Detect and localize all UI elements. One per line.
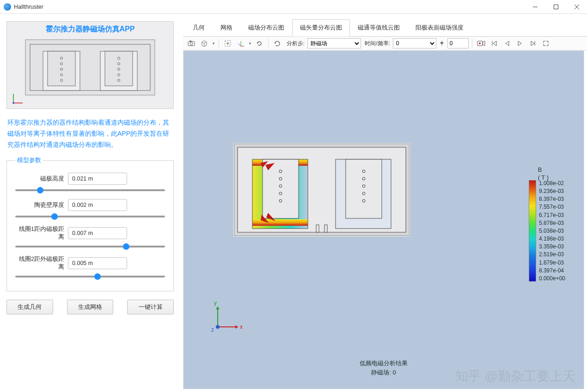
viewport-toolbar: ▼ ▼ 分析步: 静磁场 时间/频率: 0 bbox=[183, 36, 587, 50]
frame-spin[interactable] bbox=[447, 38, 469, 48]
legend-tick: 8.397e-04 bbox=[539, 267, 565, 274]
window-close-button[interactable] bbox=[566, 0, 587, 14]
slider-knob-icon[interactable] bbox=[438, 38, 446, 48]
param-input[interactable] bbox=[68, 257, 127, 269]
legend-tick: 9.236e-03 bbox=[539, 188, 565, 194]
colorbar bbox=[529, 180, 536, 282]
cycle-icon[interactable] bbox=[272, 38, 283, 48]
param-slider[interactable] bbox=[15, 276, 165, 277]
geometry-preview: 霍尔推力器静磁场仿真APP bbox=[6, 21, 174, 109]
model-params-group: 模型参数 磁极高度陶瓷壁厚度线圈1距内磁极距离线圈2距外磁极距离 bbox=[6, 157, 174, 291]
generate-mesh-button[interactable]: 生成网格 bbox=[67, 300, 114, 314]
svg-rect-38 bbox=[252, 219, 308, 226]
legend-tick: 1.679e-03 bbox=[539, 259, 565, 266]
legend-tick: 1.008e-02 bbox=[539, 180, 565, 187]
rotate-axes-icon[interactable] bbox=[235, 38, 246, 48]
play-icon[interactable] bbox=[514, 38, 526, 48]
svg-marker-58 bbox=[216, 307, 220, 309]
param-label: 线圈1距内磁极距离 bbox=[15, 225, 64, 241]
svg-rect-54 bbox=[324, 225, 327, 232]
param-input[interactable] bbox=[68, 173, 127, 185]
expand-icon[interactable] bbox=[540, 38, 551, 48]
analysis-step-select[interactable]: 静磁场 bbox=[307, 38, 361, 48]
legend-tick: 4.198e-03 bbox=[539, 235, 565, 242]
description-text: 环形霍尔推力器的器件结构影响着通道内磁场的分布，其磁场对等离子体特性有显著的影响… bbox=[7, 117, 173, 150]
window-title: Hallthruster bbox=[14, 4, 43, 10]
fit-view-icon[interactable] bbox=[222, 38, 233, 48]
param-slider[interactable] bbox=[15, 216, 165, 217]
time-freq-label: 时间/频率: bbox=[363, 40, 391, 48]
param-label: 磁极高度 bbox=[15, 175, 64, 183]
tab-item[interactable]: 阳极表面磁场强度 bbox=[408, 19, 471, 36]
svg-rect-53 bbox=[316, 225, 319, 232]
camera-icon[interactable] bbox=[186, 38, 197, 48]
legend-tick: 0.000e+00 bbox=[539, 275, 565, 282]
preview-axes-icon bbox=[11, 92, 24, 106]
right-panel: 几何网格磁场分布云图磁矢量分布云图磁通等值线云图阳极表面磁场强度 ▼ ▼ 分析步… bbox=[180, 14, 587, 392]
legend-tick: 5.038e-03 bbox=[539, 228, 565, 234]
param-slider[interactable] bbox=[15, 246, 165, 247]
svg-rect-25 bbox=[190, 41, 191, 42]
svg-rect-1 bbox=[554, 5, 558, 9]
refresh-icon[interactable] bbox=[254, 38, 265, 48]
analysis-step-label: 分析步: bbox=[285, 40, 306, 48]
step-back-icon[interactable] bbox=[501, 38, 513, 48]
svg-rect-9 bbox=[105, 51, 133, 86]
window-titlebar: Hallthruster bbox=[0, 0, 587, 14]
svg-text:y: y bbox=[214, 300, 217, 306]
param-input[interactable] bbox=[68, 227, 127, 239]
svg-point-33 bbox=[479, 42, 481, 44]
viewport-3d[interactable]: x y z 低频电磁分析结果 静磁场: 0 B ( T ) 1.008e-029… bbox=[183, 50, 584, 389]
svg-point-59 bbox=[216, 325, 220, 329]
cube-view-icon[interactable] bbox=[199, 38, 210, 48]
param-label: 线圈2距外磁极距离 bbox=[15, 255, 64, 271]
record-icon[interactable] bbox=[476, 38, 487, 48]
svg-point-24 bbox=[190, 42, 193, 45]
left-panel: 霍尔推力器静磁场仿真APP 环形霍尔推力器的器件结构影响着通道内磁场的分布，其磁… bbox=[0, 14, 180, 392]
step-forward-icon[interactable] bbox=[527, 38, 538, 48]
svg-point-22 bbox=[12, 102, 14, 104]
color-legend: 1.008e-029.236e-038.397e-037.557e-036.71… bbox=[529, 180, 565, 282]
legend-tick: 2.519e-03 bbox=[539, 251, 565, 258]
svg-marker-56 bbox=[235, 325, 238, 329]
window-minimize-button[interactable] bbox=[525, 0, 545, 14]
tab-item[interactable]: 磁矢量分布云图 bbox=[292, 19, 350, 36]
generate-geometry-button[interactable]: 生成几何 bbox=[6, 300, 53, 314]
app-icon bbox=[4, 3, 11, 11]
preview-title: 霍尔推力器静磁场仿真APP bbox=[7, 22, 173, 35]
compute-button[interactable]: 一键计算 bbox=[127, 300, 174, 314]
svg-rect-42 bbox=[346, 159, 382, 218]
legend-tick: 3.359e-03 bbox=[539, 243, 565, 250]
legend-tick: 6.717e-03 bbox=[539, 212, 565, 218]
tab-item[interactable]: 几何 bbox=[185, 19, 213, 36]
legend-tick: 8.397e-03 bbox=[539, 196, 565, 202]
plot-caption: 低频电磁分析结果 静磁场: 0 bbox=[360, 359, 408, 377]
watermark-text: 知乎 @勤杂工要上天 bbox=[455, 368, 575, 385]
legend-title: B ( T ) bbox=[538, 166, 549, 182]
legend-tick: 7.557e-03 bbox=[539, 204, 565, 210]
svg-text:z: z bbox=[211, 326, 214, 333]
tab-item[interactable]: 网格 bbox=[213, 19, 240, 36]
tab-bar: 几何网格磁场分布云图磁矢量分布云图磁通等值线云图阳极表面磁场强度 bbox=[183, 19, 587, 36]
svg-text:x: x bbox=[240, 324, 243, 330]
tab-item[interactable]: 磁通等值线云图 bbox=[350, 19, 408, 36]
preview-drawing bbox=[21, 35, 159, 100]
params-legend: 模型参数 bbox=[15, 157, 43, 164]
param-input[interactable] bbox=[68, 199, 127, 211]
legend-tick: 5.878e-03 bbox=[539, 220, 565, 226]
step-first-icon[interactable] bbox=[489, 38, 500, 48]
axes-triad-icon: x y z bbox=[209, 298, 246, 335]
svg-line-29 bbox=[238, 43, 241, 46]
param-slider[interactable] bbox=[15, 189, 165, 191]
param-label: 陶瓷壁厚度 bbox=[15, 201, 64, 209]
field-plot bbox=[233, 143, 410, 236]
tab-item[interactable]: 磁场分布云图 bbox=[240, 19, 292, 36]
svg-rect-7 bbox=[48, 51, 75, 86]
window-maximize-button[interactable] bbox=[545, 0, 566, 14]
svg-rect-31 bbox=[440, 42, 443, 44]
time-freq-select[interactable]: 0 bbox=[393, 38, 436, 48]
